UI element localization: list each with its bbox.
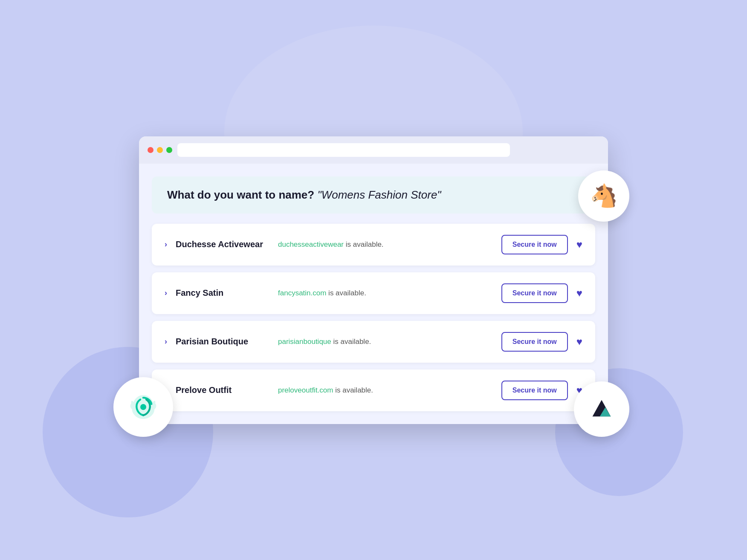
domain-link-prelove[interactable]: preloveoutfit.com xyxy=(278,386,333,394)
domain-name-parisian: Parisian Boutique xyxy=(176,337,269,346)
address-bar[interactable] xyxy=(177,143,510,157)
available-text-fancy-satin: is available. xyxy=(326,289,366,297)
availability-parisian: parisianboutique is available. xyxy=(278,338,493,346)
results-list: › Duchesse Activewear duchesseactivewear… xyxy=(152,224,595,411)
expand-chevron-duchesse[interactable]: › xyxy=(165,240,167,249)
result-row-prelove: › Prelove Outfit preloveoutfit.com is av… xyxy=(152,369,595,411)
domain-name-prelove: Prelove Outfit xyxy=(176,385,269,395)
svg-point-0 xyxy=(140,404,146,410)
browser-window: 🐴 What do you want to name? xyxy=(139,136,608,424)
domain-link-fancy-satin[interactable]: fancysatin.com xyxy=(278,289,326,297)
godaddy-icon xyxy=(128,392,158,422)
question-label: What do you want to name? xyxy=(167,188,314,201)
secure-button-parisian[interactable]: Secure it now xyxy=(501,332,568,352)
domain-link-parisian[interactable]: parisianboutique xyxy=(278,338,331,346)
donkey-logo-circle: 🐴 xyxy=(578,170,629,222)
result-row-duchesse: › Duchesse Activewear duchesseactivewear… xyxy=(152,224,595,266)
search-question-text: What do you want to name? "Womens Fashio… xyxy=(167,188,441,201)
result-row-fancy-satin: › Fancy Satin fancysatin.com is availabl… xyxy=(152,272,595,314)
availability-prelove: preloveoutfit.com is available. xyxy=(278,386,493,395)
maximize-button-dot[interactable] xyxy=(166,147,172,153)
availability-duchesse: duchesseactivewear is available. xyxy=(278,240,493,249)
browser-chrome xyxy=(139,136,608,164)
domain-name-duchesse: Duchesse Activewear xyxy=(176,240,269,249)
secure-button-fancy-satin[interactable]: Secure it now xyxy=(501,283,568,303)
search-header: What do you want to name? "Womens Fashio… xyxy=(152,176,595,214)
result-row-parisian: › Parisian Boutique parisianboutique is … xyxy=(152,321,595,363)
favorite-heart-duchesse[interactable]: ♥ xyxy=(576,239,582,251)
available-text-parisian: is available. xyxy=(331,338,371,346)
availability-fancy-satin: fancysatin.com is available. xyxy=(278,289,493,297)
traffic-lights xyxy=(148,147,172,153)
domain-name-fancy-satin: Fancy Satin xyxy=(176,288,269,298)
bigcommerce-icon xyxy=(589,396,614,422)
favorite-heart-parisian[interactable]: ♥ xyxy=(576,336,582,348)
available-text-duchesse: is available. xyxy=(344,240,384,248)
available-text-prelove: is available. xyxy=(333,386,373,394)
domain-link-duchesse[interactable]: duchesseactivewear xyxy=(278,240,344,248)
favorite-heart-fancy-satin[interactable]: ♥ xyxy=(576,287,582,299)
secure-button-prelove[interactable]: Secure it now xyxy=(501,381,568,400)
minimize-button-dot[interactable] xyxy=(157,147,163,153)
expand-chevron-fancy-satin[interactable]: › xyxy=(165,289,167,297)
godaddy-logo-circle xyxy=(113,377,173,437)
expand-chevron-parisian[interactable]: › xyxy=(165,337,167,346)
bigcommerce-logo-circle xyxy=(574,381,629,437)
donkey-icon: 🐴 xyxy=(590,183,618,209)
browser-content: What do you want to name? "Womens Fashio… xyxy=(139,164,608,424)
close-button-dot[interactable] xyxy=(148,147,153,153)
secure-button-duchesse[interactable]: Secure it now xyxy=(501,235,568,254)
search-query: "Womens Fashion Store" xyxy=(317,188,441,201)
